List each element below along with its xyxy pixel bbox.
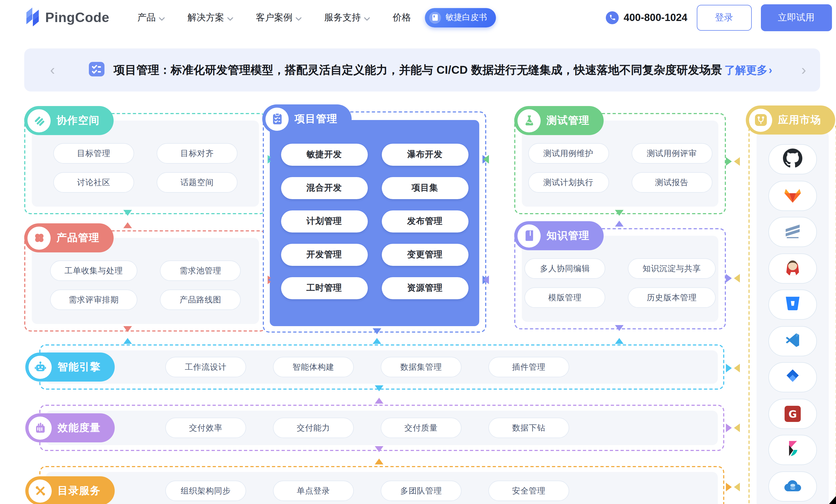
feature-pill[interactable]: 测试用例评审 bbox=[631, 143, 712, 163]
feature-pill[interactable]: 历史版本管理 bbox=[628, 287, 716, 308]
section-header-metrics: 效能度量 bbox=[25, 413, 115, 442]
feature-pill[interactable]: 工单收集与处理 bbox=[50, 260, 138, 281]
feature-pill[interactable]: 智能体构建 bbox=[273, 357, 354, 377]
feature-pill[interactable]: 多团队管理 bbox=[381, 481, 461, 501]
app-pill-jira[interactable] bbox=[768, 362, 817, 392]
section-title: 目录服务 bbox=[58, 484, 101, 498]
section-header-project: 项目管理 bbox=[262, 104, 352, 134]
chevron-down-icon bbox=[296, 13, 302, 23]
connector-arrow bbox=[734, 157, 740, 166]
connector-arrow bbox=[483, 155, 489, 163]
connector-arrow bbox=[734, 364, 740, 372]
connector-arrow bbox=[615, 210, 624, 216]
connector-arrow bbox=[734, 483, 740, 491]
feature-pill[interactable]: 测试报告 bbox=[631, 172, 712, 193]
app-pill-gitlab[interactable] bbox=[768, 180, 817, 211]
nav-item-solutions[interactable]: 解决方案 bbox=[187, 11, 233, 24]
chevron-down-icon bbox=[159, 13, 165, 23]
nav-item-label: 产品 bbox=[137, 11, 156, 24]
connector-arrow bbox=[375, 398, 383, 404]
project-feature-pill[interactable]: 瀑布开发 bbox=[381, 144, 468, 166]
section-project: 敏捷开发瀑布开发混合开发项目集计划管理发布管理开发管理变更管理工时管理资源管理 bbox=[263, 111, 486, 333]
app-pill-github[interactable] bbox=[768, 144, 817, 174]
section-header-ai: 智能引擎 bbox=[25, 352, 115, 382]
feature-pill[interactable]: 插件管理 bbox=[489, 357, 569, 377]
clipboard-check-icon bbox=[265, 108, 289, 131]
project-feature-pill[interactable]: 计划管理 bbox=[281, 210, 367, 232]
project-feature-pill[interactable]: 发布管理 bbox=[381, 210, 468, 232]
project-feature-pill[interactable]: 工时管理 bbox=[281, 277, 367, 299]
project-feature-pill[interactable]: 项目集 bbox=[381, 177, 468, 199]
learn-more-label: 了解更多 bbox=[724, 63, 767, 77]
banner-next-icon[interactable]: › bbox=[801, 63, 806, 77]
nav-item-support[interactable]: 服务支持 bbox=[324, 11, 370, 24]
section-header-knowledge: 知识管理 bbox=[514, 221, 604, 250]
feature-pill[interactable]: 数据集管理 bbox=[381, 357, 461, 377]
feature-pill[interactable]: 知识沉淀与共享 bbox=[628, 258, 716, 279]
feature-pill[interactable]: 测试用例维护 bbox=[528, 143, 609, 163]
feature-pill[interactable]: 产品路线图 bbox=[160, 290, 241, 310]
project-feature-pill[interactable]: 开发管理 bbox=[281, 244, 367, 266]
feature-pill[interactable]: 组织架构同步 bbox=[165, 481, 246, 501]
feature-pill[interactable]: 讨论社区 bbox=[53, 172, 134, 193]
app-pill-vscode[interactable] bbox=[768, 326, 817, 356]
feature-pill[interactable]: 多人协同编辑 bbox=[525, 258, 606, 279]
section-header-directory: 目录服务 bbox=[25, 476, 115, 504]
feature-pill[interactable]: 目标管理 bbox=[53, 143, 134, 163]
app-pill-subversion[interactable] bbox=[768, 217, 817, 247]
test-features: 测试用例维护测试用例评审测试计划执行测试报告 bbox=[515, 143, 725, 193]
app-pill-kibana[interactable] bbox=[768, 435, 817, 465]
feature-pill[interactable]: 单点登录 bbox=[273, 481, 354, 501]
nav-item-cases[interactable]: 客户案例 bbox=[256, 11, 302, 24]
brand-name: PingCode bbox=[45, 10, 109, 25]
connector-arrow bbox=[268, 275, 274, 284]
feature-pill[interactable]: 交付质量 bbox=[381, 418, 461, 438]
whitepaper-badge[interactable]: 敏捷白皮书 bbox=[425, 8, 496, 27]
feature-pill[interactable]: 交付效率 bbox=[165, 418, 246, 438]
project-feature-pill[interactable]: 敏捷开发 bbox=[281, 144, 367, 166]
brand-logo[interactable]: PingCode bbox=[24, 6, 109, 29]
bar-chart-icon bbox=[28, 416, 52, 440]
pingcode-logo-icon bbox=[24, 6, 40, 29]
app-pill-cloud-database[interactable] bbox=[768, 471, 817, 501]
feature-pill[interactable]: 交付能力 bbox=[273, 418, 354, 438]
section-title: 应用市场 bbox=[778, 113, 821, 127]
book-icon bbox=[429, 12, 441, 23]
feature-pill[interactable]: 需求池管理 bbox=[160, 260, 241, 281]
chevron-down-icon bbox=[364, 13, 370, 23]
feature-pill[interactable]: 需求评审排期 bbox=[50, 290, 138, 310]
jenkins-icon bbox=[784, 258, 801, 278]
ai-features: 工作流设计智能体构建数据集管理插件管理 bbox=[165, 357, 569, 377]
app-pill-bitbucket[interactable] bbox=[768, 290, 817, 320]
nav-item-products[interactable]: 产品 bbox=[137, 11, 165, 24]
chevron-right-icon: › bbox=[769, 64, 772, 76]
connector-arrow bbox=[123, 210, 132, 216]
banner-prev-icon[interactable]: ‹ bbox=[50, 63, 55, 77]
phone-contact[interactable]: 400-800-1024 bbox=[606, 11, 687, 24]
feature-pill[interactable]: 数据下钻 bbox=[489, 418, 569, 438]
connector-arrow bbox=[726, 483, 732, 491]
login-button[interactable]: 登录 bbox=[697, 4, 752, 31]
feature-pill[interactable]: 安全管理 bbox=[489, 481, 569, 501]
section-title: 协作空间 bbox=[57, 114, 100, 128]
connector-arrow bbox=[123, 326, 132, 332]
tools-icon bbox=[28, 479, 52, 502]
feature-pill[interactable]: 模版管理 bbox=[525, 287, 606, 308]
announcement-banner: ‹ 项目管理：标准化研发管理模型，搭配灵活自定义能力，并能与 CI/CD 数据进… bbox=[24, 49, 820, 92]
project-feature-pill[interactable]: 混合开发 bbox=[281, 177, 367, 199]
learn-more-link[interactable]: 了解更多 › bbox=[724, 63, 772, 77]
connector-arrow bbox=[123, 222, 132, 228]
try-now-button[interactable]: 立即试用 bbox=[761, 4, 832, 31]
chevron-down-icon bbox=[227, 13, 233, 23]
feature-pill[interactable]: 工作流设计 bbox=[165, 357, 246, 377]
project-feature-pill[interactable]: 资源管理 bbox=[381, 277, 468, 299]
connector-arrow bbox=[373, 328, 381, 334]
project-feature-pill[interactable]: 变更管理 bbox=[381, 244, 468, 266]
app-pill-gitee[interactable]: G bbox=[768, 399, 817, 429]
nav-item-pricing[interactable]: 价格 bbox=[393, 11, 411, 24]
nav-menu: 产品 解决方案 客户案例 服务支持 价格 bbox=[137, 11, 411, 24]
app-pill-jenkins[interactable] bbox=[768, 253, 817, 283]
feature-pill[interactable]: 话题空间 bbox=[157, 172, 238, 193]
feature-pill[interactable]: 目标对齐 bbox=[157, 143, 238, 163]
feature-pill[interactable]: 测试计划执行 bbox=[528, 172, 609, 193]
